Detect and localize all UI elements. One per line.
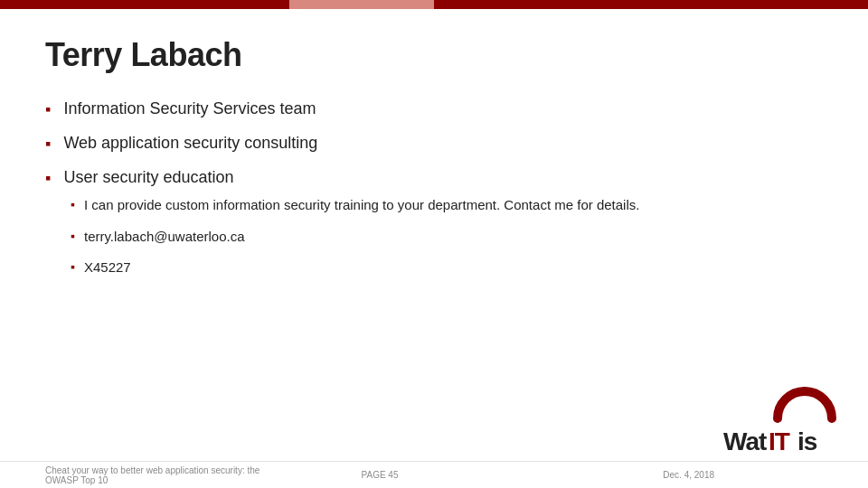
sub-bullet-list: ▪ I can provide custom information secur… [71,195,639,289]
list-item: ▪ terry.labach@uwaterloo.ca [71,227,639,248]
footer: Cheat your way to better web application… [0,461,868,488]
list-item: ▪ X45227 [71,258,639,278]
svg-text:Wat: Wat [723,427,767,455]
bullet-marker-1: ▪ [45,100,51,119]
bullet-marker-2: ▪ [45,135,51,154]
sub-bullet-text-3: X45227 [84,258,131,278]
svg-text:is: is [797,427,817,455]
bullet-text-1: Information Security Services team [63,99,316,118]
list-item: ▪ Information Security Services team [45,99,823,119]
watitis-logo: Wat IT is [723,387,841,455]
bullet-list: ▪ Information Security Services team ▪ W… [45,99,823,289]
list-item: ▪ User security education ▪ I can provid… [45,168,823,289]
bullet-text-3: User security education [63,168,233,187]
footer-center-text: PAGE 45 [269,470,492,480]
top-bar-segment-1 [0,0,289,9]
sub-bullet-text-2: terry.labach@uwaterloo.ca [84,227,245,248]
svg-text:IT: IT [769,427,790,455]
list-item: ▪ Web application security consulting [45,134,823,154]
bullet-marker-3: ▪ [45,169,51,188]
slide-title: Terry Labach [45,36,823,74]
top-decorative-bar [0,0,868,9]
top-bar-segment-2 [289,0,434,9]
sub-bullet-text-1: I can provide custom information securit… [84,195,639,216]
bullet-text-2: Web application security consulting [63,134,317,153]
logo-area: Wat IT is [723,384,841,456]
sub-bullet-marker-2: ▪ [71,229,75,243]
top-bar-segment-3 [434,0,868,9]
footer-right-text: Dec. 4, 2018 [491,470,714,480]
footer-left-text: Cheat your way to better web application… [45,465,269,485]
list-item: ▪ I can provide custom information secur… [71,195,639,216]
sub-bullet-marker-3: ▪ [71,259,75,274]
sub-bullet-marker-1: ▪ [71,197,75,211]
